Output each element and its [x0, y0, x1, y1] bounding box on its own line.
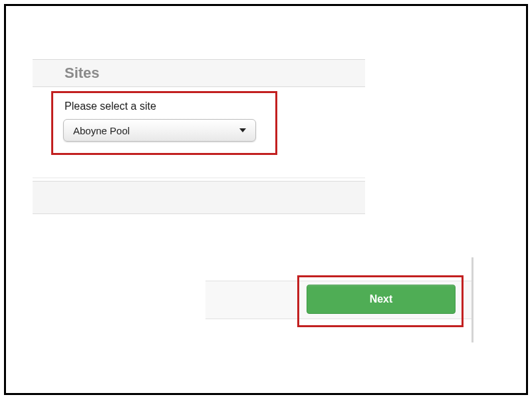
app-frame: Sites Please select a site Aboyne Pool N…: [4, 4, 528, 395]
next-button[interactable]: Next: [307, 285, 456, 314]
vertical-divider: [471, 257, 473, 342]
next-button-label: Next: [370, 293, 393, 305]
section-header: Sites: [33, 59, 365, 87]
chevron-down-icon: [239, 128, 246, 132]
site-select-dropdown[interactable]: Aboyne Pool: [63, 119, 256, 142]
section-title: Sites: [65, 65, 100, 82]
empty-section-bar: [33, 181, 365, 214]
site-select-value: Aboyne Pool: [73, 125, 239, 136]
site-select-label: Please select a site: [65, 100, 156, 112]
